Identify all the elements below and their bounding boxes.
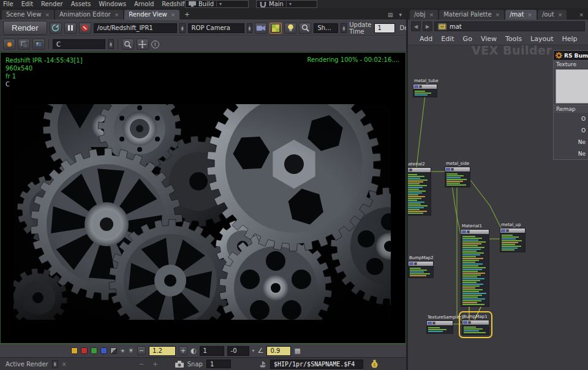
adjust-chevron-icon[interactable]: ▾ xyxy=(252,348,255,353)
menu-file[interactable]: File xyxy=(3,1,13,7)
pane-close-icon[interactable]: × xyxy=(576,12,586,20)
node-header[interactable] xyxy=(408,261,434,266)
node-header[interactable] xyxy=(426,320,453,326)
channel-snapshot-icon[interactable] xyxy=(71,347,78,354)
render-viewport[interactable]: Redshift IPR -14:55:43[1] 960x540 fr 1 C… xyxy=(0,52,406,344)
network-path-field[interactable]: mat xyxy=(434,21,585,31)
info-icon[interactable]: i xyxy=(151,40,159,48)
snap-field[interactable]: 1 xyxy=(206,360,231,368)
zoom-magnifier-icon[interactable] xyxy=(122,39,134,50)
tab-close-icon[interactable]: × xyxy=(45,12,50,18)
tab-material-palette[interactable]: Material Palette × xyxy=(439,10,504,20)
menu-redshift[interactable]: Redshift xyxy=(162,1,187,7)
param-row[interactable]: O xyxy=(554,124,588,136)
network-canvas[interactable]: VEX Builder RS Bump Texture Remap O O Ne… xyxy=(408,45,588,370)
tab-close-icon[interactable]: × xyxy=(527,12,532,18)
channel-red-icon[interactable] xyxy=(81,347,88,354)
node-Material1[interactable]: Material1 xyxy=(461,224,489,307)
pane-chevron-icon[interactable]: ▾ xyxy=(396,12,404,20)
tab-render-view[interactable]: Render View × xyxy=(124,10,179,20)
section-remap[interactable]: Remap xyxy=(554,105,588,113)
menu-windows[interactable]: Windows xyxy=(99,1,126,7)
param-row[interactable]: O xyxy=(554,113,588,124)
tab-close-icon[interactable]: × xyxy=(429,12,434,18)
fit-view-icon[interactable] xyxy=(137,39,149,50)
gamma-field[interactable]: 1.2 xyxy=(149,346,176,356)
menu-help[interactable]: Help xyxy=(562,35,578,43)
param-row[interactable]: Ne xyxy=(554,136,588,148)
rop-path-stepper[interactable] xyxy=(179,23,186,33)
view-camera-icon[interactable] xyxy=(255,23,267,34)
node-metal_tube[interactable]: metal_tube xyxy=(413,78,437,97)
node-BumpMap1[interactable]: BumpMap1 xyxy=(462,314,489,335)
node-metal_up[interactable]: metal_up xyxy=(500,222,526,252)
lights-icon[interactable] xyxy=(284,23,296,34)
layers-icon[interactable] xyxy=(18,39,30,50)
desktop-dropdown[interactable]: Build ▾ xyxy=(185,0,249,8)
camera-stepper[interactable] xyxy=(247,23,253,33)
back-arrow-icon[interactable]: ◀ xyxy=(411,21,421,31)
menu-assets[interactable]: Assets xyxy=(71,1,91,7)
node-header[interactable] xyxy=(445,167,470,172)
menu-view[interactable]: View xyxy=(481,35,497,43)
update-time-field[interactable]: 1 xyxy=(374,23,395,33)
clear-render-icon[interactable]: × xyxy=(62,361,67,368)
menu-add[interactable]: Add xyxy=(420,35,432,43)
new-tab-button[interactable]: + xyxy=(181,10,193,20)
rop-path-select[interactable]: /out/Redshift_IPR1 xyxy=(94,23,177,33)
contrast-field[interactable]: 1 xyxy=(200,346,224,356)
contrast-icon[interactable]: ◐ xyxy=(190,347,197,355)
node-header[interactable] xyxy=(413,84,437,89)
shading-mode-select[interactable]: Sh... xyxy=(314,23,338,33)
tab-animation-editor[interactable]: Animation Editor × xyxy=(55,10,123,20)
node-TextureSampler1[interactable]: TextureSampler1 xyxy=(426,315,453,334)
node-material2[interactable]: material2 xyxy=(408,162,431,216)
gamma-increase-button[interactable]: + xyxy=(179,346,187,355)
offset-field[interactable]: -0 xyxy=(227,346,249,356)
node-BumpMap2[interactable]: BumpMap2 xyxy=(408,255,434,278)
restart-render-icon[interactable] xyxy=(50,23,62,34)
display-plane-stepper[interactable] xyxy=(108,39,114,49)
display-plane-select[interactable]: C xyxy=(53,39,105,49)
tab-scene-view[interactable]: Scene View × xyxy=(2,10,54,20)
brightness-small-icon[interactable]: ☀ xyxy=(120,348,125,354)
render-button[interactable]: Render xyxy=(3,21,47,35)
camera-select[interactable]: ROP Camera xyxy=(188,23,244,33)
image-plane-icon[interactable] xyxy=(32,39,45,50)
menu-arnold[interactable]: Arnold xyxy=(134,1,154,7)
pixel-grid-icon[interactable]: ▦ xyxy=(294,347,300,355)
tab-close-icon[interactable]: × xyxy=(171,12,176,18)
tab-mat[interactable]: /mat × xyxy=(505,10,537,20)
menu-layout[interactable]: Layout xyxy=(530,35,553,43)
menu-edit[interactable]: Edit xyxy=(21,1,33,7)
gamma-decrease-button[interactable]: − xyxy=(137,346,146,355)
zoom-in-button[interactable]: + xyxy=(153,361,157,368)
pause-render-icon[interactable] xyxy=(64,23,77,34)
node-header[interactable] xyxy=(408,167,431,173)
menu-go[interactable]: Go xyxy=(463,35,472,43)
snapshot-camera-icon[interactable] xyxy=(175,361,184,368)
menu-render[interactable]: Render xyxy=(41,1,63,7)
node-header[interactable] xyxy=(462,320,489,325)
snapshot-path-field[interactable]: $HIP/1pr/$SNAPNAME.$F4 xyxy=(270,360,363,369)
render-mode-value[interactable]: Active Render xyxy=(6,361,48,368)
pane-menu-icon[interactable]: ▤ xyxy=(385,12,396,20)
channel-green-icon[interactable] xyxy=(91,347,97,354)
menu-edit[interactable]: Edit xyxy=(441,35,454,43)
tab-close-icon[interactable]: × xyxy=(115,12,119,18)
brightness-icon[interactable]: ☀ xyxy=(128,347,134,355)
param-row[interactable]: Ne xyxy=(554,148,588,159)
forward-arrow-icon[interactable]: ▶ xyxy=(423,21,432,31)
tab-close-icon[interactable]: × xyxy=(496,12,500,18)
parameter-panel-header[interactable]: RS Bump xyxy=(554,51,588,60)
node-header[interactable] xyxy=(461,229,489,235)
render-mode-stepper[interactable] xyxy=(52,360,58,368)
node-metal_side[interactable]: metal_side xyxy=(445,161,470,187)
main-takes-dropdown[interactable]: Main ▾ xyxy=(256,0,317,8)
preview-checker-icon[interactable] xyxy=(270,23,282,34)
zoom-out-button[interactable]: − xyxy=(139,361,144,368)
inspect-magnifier-icon[interactable] xyxy=(299,23,311,34)
gain-field[interactable]: 0.9 xyxy=(266,346,291,356)
tab-out[interactable]: /out × xyxy=(538,10,567,20)
shading-mode-stepper[interactable] xyxy=(341,23,347,33)
